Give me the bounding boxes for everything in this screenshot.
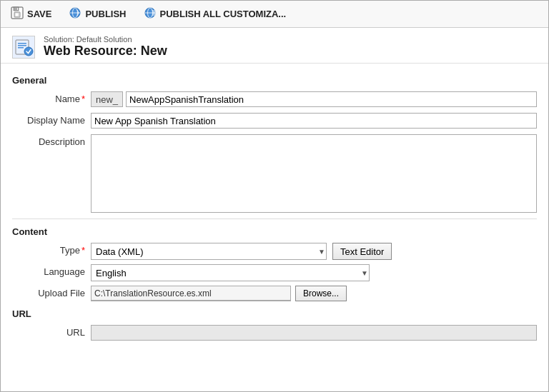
save-icon bbox=[11, 6, 24, 21]
name-prefix: new_ bbox=[91, 91, 123, 107]
upload-file-field: Browse... bbox=[91, 286, 537, 301]
language-select[interactable]: English Spanish French German bbox=[91, 264, 370, 281]
publish-button[interactable]: PUBLISH bbox=[66, 5, 129, 23]
language-label: Language bbox=[12, 264, 91, 277]
url-label: URL bbox=[12, 325, 91, 338]
content-section-title: Content bbox=[12, 226, 537, 237]
display-name-row: Display Name bbox=[12, 113, 537, 130]
display-name-field bbox=[91, 113, 537, 129]
name-required: * bbox=[81, 94, 85, 104]
url-field bbox=[91, 325, 537, 341]
page-title: Web Resource: New bbox=[44, 44, 167, 59]
form-body: General Name* new_ Display Name Descript… bbox=[1, 64, 548, 391]
svg-point-15 bbox=[24, 47, 33, 56]
language-row: Language English Spanish French German ▼ bbox=[12, 264, 537, 281]
language-field: English Spanish French German ▼ bbox=[91, 264, 537, 281]
header-text: Solution: Default Solution Web Resource:… bbox=[44, 35, 167, 59]
type-label: Type* bbox=[12, 243, 91, 256]
browse-button[interactable]: Browse... bbox=[295, 286, 347, 301]
publish-icon bbox=[69, 6, 81, 21]
publish-label: PUBLISH bbox=[85, 9, 126, 19]
type-row: Type* Data (XML) Script (JScript) Web Pa… bbox=[12, 243, 537, 260]
text-editor-button[interactable]: Text Editor bbox=[332, 243, 392, 260]
name-input[interactable] bbox=[126, 91, 537, 107]
general-section-title: General bbox=[12, 75, 537, 86]
toolbar: SAVE PUBLISH bbox=[1, 1, 548, 28]
language-select-wrapper: English Spanish French German ▼ bbox=[91, 264, 370, 281]
solution-label: Solution: Default Solution bbox=[44, 35, 167, 44]
svg-rect-3 bbox=[15, 13, 19, 16]
publish-all-label: PUBLISH ALL CUSTOMIZA... bbox=[160, 9, 287, 19]
url-input bbox=[91, 325, 537, 341]
svg-rect-14 bbox=[18, 47, 24, 49]
display-name-label: Display Name bbox=[12, 113, 91, 126]
upload-file-label: Upload File bbox=[12, 286, 91, 298]
save-label: SAVE bbox=[27, 9, 51, 19]
main-window: SAVE PUBLISH bbox=[0, 0, 549, 392]
url-row: URL bbox=[12, 325, 537, 342]
publish-all-button[interactable]: PUBLISH ALL CUSTOMIZA... bbox=[141, 5, 290, 23]
description-label: Description bbox=[12, 134, 91, 147]
display-name-input[interactable] bbox=[91, 113, 537, 129]
page-header: Solution: Default Solution Web Resource:… bbox=[1, 28, 548, 64]
type-required: * bbox=[81, 245, 85, 256]
name-label: Name* bbox=[12, 91, 91, 104]
type-select-wrapper: Data (XML) Script (JScript) Web Page (HT… bbox=[91, 243, 327, 260]
description-field bbox=[91, 134, 537, 213]
svg-rect-13 bbox=[18, 45, 26, 46]
content-section: Content Type* Data (XML) Script (JScript… bbox=[12, 226, 537, 303]
svg-rect-4 bbox=[17, 8, 18, 10]
divider bbox=[12, 218, 537, 219]
upload-file-input[interactable] bbox=[91, 286, 291, 301]
type-field: Data (XML) Script (JScript) Web Page (HT… bbox=[91, 243, 537, 260]
description-row: Description bbox=[12, 134, 537, 213]
upload-file-row: Upload File Browse... bbox=[12, 286, 537, 303]
description-input[interactable] bbox=[91, 134, 537, 213]
url-section: URL URL bbox=[12, 308, 537, 342]
svg-rect-12 bbox=[18, 43, 26, 44]
header-icon bbox=[12, 36, 35, 59]
name-row: Name* new_ bbox=[12, 91, 537, 109]
type-select[interactable]: Data (XML) Script (JScript) Web Page (HT… bbox=[91, 243, 327, 260]
name-field: new_ bbox=[91, 91, 537, 107]
url-section-title: URL bbox=[12, 308, 537, 319]
publish-all-icon bbox=[144, 6, 157, 21]
save-button[interactable]: SAVE bbox=[8, 5, 54, 23]
